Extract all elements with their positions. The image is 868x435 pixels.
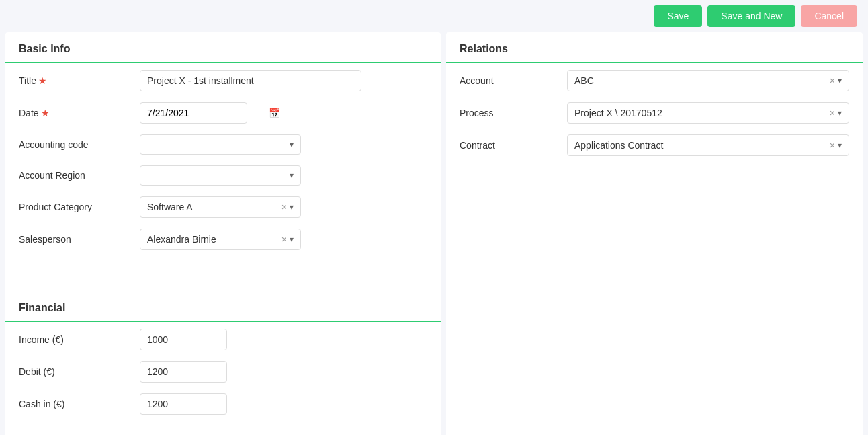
income-row: Income (€) (19, 329, 427, 350)
process-row: Process Project X \ 20170512 × ▾ (460, 102, 849, 124)
date-label: Date ★ (19, 108, 140, 118)
process-value: Project X \ 20170512 (574, 108, 830, 118)
salesperson-clear-icon[interactable]: × (281, 234, 287, 245)
cash-in-input[interactable] (140, 393, 227, 415)
title-required-star: ★ (38, 75, 47, 86)
account-region-chevron-icon: ▾ (290, 171, 294, 180)
cash-in-row: Cash in (€) (19, 393, 427, 415)
contract-select[interactable]: Applications Contract × ▾ (567, 134, 849, 156)
account-chevron-icon: ▾ (838, 76, 842, 85)
salesperson-chevron-icon: ▾ (290, 235, 294, 244)
product-category-label: Product Category (19, 202, 140, 212)
financial-form: Income (€) Debit (€) Cash in (€) (5, 322, 441, 435)
contract-chevron-icon: ▾ (838, 141, 842, 150)
debit-row: Debit (€) (19, 361, 427, 383)
divider (5, 280, 441, 280)
process-chevron-icon: ▾ (838, 108, 842, 118)
account-region-label: Account Region (19, 170, 140, 181)
salesperson-label: Salesperson (19, 234, 140, 245)
account-region-row: Account Region ▾ (19, 165, 427, 186)
process-clear-icon[interactable]: × (830, 108, 835, 118)
product-category-chevron-icon: ▾ (290, 202, 294, 212)
salesperson-select[interactable]: Alexandra Birnie × ▾ (140, 229, 301, 250)
contract-clear-icon[interactable]: × (830, 140, 835, 151)
process-label: Process (460, 108, 567, 118)
cancel-button[interactable]: Cancel (801, 5, 857, 27)
account-region-select[interactable]: ▾ (140, 165, 301, 186)
relations-form: Account ABC × ▾ Process Project X \ 2017… (446, 63, 863, 180)
toolbar: Save Save and New Cancel (0, 0, 868, 32)
account-row: Account ABC × ▾ (460, 70, 849, 91)
contract-label: Contract (460, 140, 567, 151)
account-select[interactable]: ABC × ▾ (567, 70, 849, 91)
left-panel: Basic Info Title ★ Date ★ 📅 (5, 32, 441, 435)
salesperson-row: Salesperson Alexandra Birnie × ▾ (19, 229, 427, 250)
save-button[interactable]: Save (654, 5, 702, 27)
title-row: Title ★ (19, 70, 427, 91)
basic-info-header: Basic Info (5, 32, 441, 63)
product-category-value: Software A (147, 202, 281, 212)
relations-header: Relations (446, 32, 863, 63)
cash-in-label: Cash in (€) (19, 399, 140, 409)
date-row: Date ★ 📅 (19, 102, 427, 124)
account-clear-icon[interactable]: × (830, 75, 835, 86)
product-category-clear-icon[interactable]: × (281, 202, 287, 212)
contract-value: Applications Contract (574, 140, 830, 151)
product-category-row: Product Category Software A × ▾ (19, 196, 427, 218)
account-value: ABC (574, 75, 830, 86)
right-panel: Relations Account ABC × ▾ Process Projec… (446, 32, 863, 435)
accounting-code-chevron-icon: ▾ (290, 140, 294, 149)
title-input[interactable] (140, 70, 361, 91)
contract-row: Contract Applications Contract × ▾ (460, 134, 849, 156)
income-input[interactable] (140, 329, 227, 350)
calendar-icon[interactable]: 📅 (269, 108, 280, 118)
accounting-code-row: Accounting code ▾ (19, 134, 427, 155)
basic-info-form: Title ★ Date ★ 📅 Accounting code (5, 63, 441, 274)
date-required-star: ★ (41, 108, 50, 118)
accounting-code-label: Accounting code (19, 139, 140, 150)
date-input[interactable] (147, 108, 265, 118)
title-label: Title ★ (19, 75, 140, 86)
accounting-code-select[interactable]: ▾ (140, 134, 301, 155)
main-content: Basic Info Title ★ Date ★ 📅 (0, 32, 868, 435)
process-select[interactable]: Project X \ 20170512 × ▾ (567, 102, 849, 124)
account-label: Account (460, 75, 567, 86)
debit-label: Debit (€) (19, 366, 140, 377)
date-wrapper: 📅 (140, 102, 247, 124)
debit-input[interactable] (140, 361, 227, 383)
product-category-select[interactable]: Software A × ▾ (140, 196, 301, 218)
financial-header: Financial (5, 291, 441, 322)
save-and-new-button[interactable]: Save and New (707, 5, 795, 27)
income-label: Income (€) (19, 334, 140, 345)
salesperson-value: Alexandra Birnie (147, 234, 281, 245)
